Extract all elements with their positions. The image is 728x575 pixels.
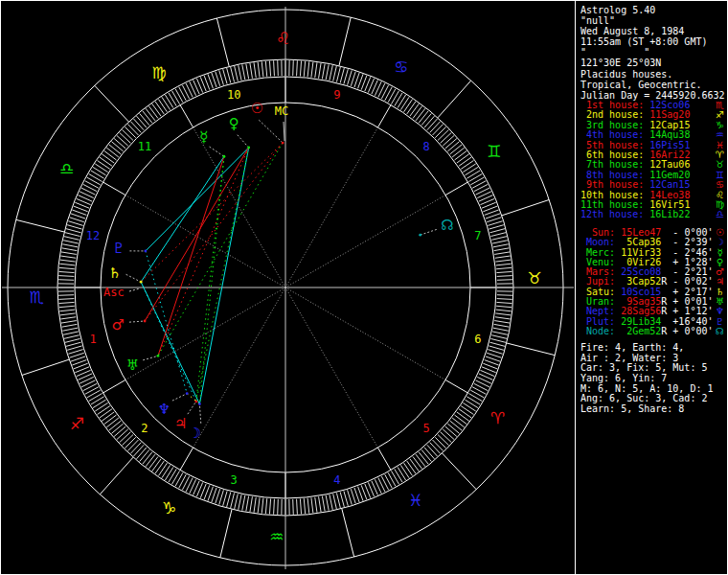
degree-tick — [392, 91, 399, 104]
degree-tick — [450, 421, 462, 430]
degree-tick — [398, 95, 405, 108]
degree-tick — [62, 244, 78, 247]
degree-tick — [68, 350, 82, 355]
position-dot-node — [419, 234, 421, 237]
degree-tick — [489, 342, 504, 346]
pointer-mars — [129, 321, 145, 322]
house-cusp-line — [180, 104, 193, 126]
degree-tick — [59, 310, 75, 311]
degree-tick — [127, 125, 138, 136]
degree-tick — [89, 394, 102, 402]
degree-tick — [125, 126, 135, 137]
house-cusp-value: 16Ari22 — [644, 150, 690, 160]
app-title: Astrolog 5.40 — [580, 5, 727, 15]
sign-boundary-line — [443, 453, 477, 490]
position-dot-venus — [247, 147, 250, 150]
position-dot-sun — [282, 142, 284, 145]
degree-tick — [466, 397, 480, 404]
degree-tick — [227, 68, 231, 82]
degree-tick — [413, 106, 422, 119]
degree-tick — [496, 306, 512, 307]
chart-wheel: ☉☽☿♀♂♃♄♅♆♇☊123456789101112♈♉♊♋♌♍♎♏♐♑♒♓MC… — [1, 1, 576, 575]
degree-tick — [62, 324, 78, 327]
degree-tick — [117, 135, 128, 146]
house-cusp-spoke — [285, 127, 378, 288]
degree-tick — [62, 328, 78, 331]
degree-tick — [140, 449, 149, 461]
degree-tick — [60, 317, 76, 319]
chart-name: "null" — [580, 15, 727, 26]
degree-tick — [307, 498, 309, 514]
angle-pointer-asc — [129, 288, 140, 291]
planet-velocity: R + 0°00' — [661, 326, 713, 336]
degree-tick — [109, 145, 121, 154]
house-cusp-value: 12Cap15 — [644, 120, 690, 130]
degree-tick — [231, 493, 235, 508]
degree-tick — [470, 177, 484, 185]
pointer-moon — [199, 404, 200, 424]
sign-boundary-line — [507, 343, 555, 356]
degree-tick — [494, 324, 510, 327]
degree-tick — [106, 148, 119, 157]
degree-tick — [293, 499, 294, 515]
house-cusp-value: 16Vir51 — [644, 199, 690, 210]
degree-tick — [496, 264, 512, 265]
degree-tick — [465, 400, 478, 407]
degree-tick — [336, 67, 340, 82]
degree-tick — [60, 313, 76, 315]
degree-tick — [67, 225, 81, 229]
degree-tick — [104, 415, 117, 425]
aspect-line-sun-mars — [145, 143, 283, 321]
sign-icon-gemini: ♊ — [487, 142, 501, 161]
sign-boundary-line — [438, 80, 471, 118]
degree-tick — [120, 132, 131, 143]
degree-tick — [404, 100, 413, 112]
house-cusp-spoke — [125, 288, 285, 380]
house-cusp-line — [102, 380, 125, 394]
degree-tick — [293, 60, 294, 76]
degree-tick — [410, 104, 419, 116]
degree-tick — [319, 63, 322, 79]
degree-tick — [416, 108, 425, 121]
degree-tick — [274, 499, 275, 515]
degree-tick — [87, 390, 101, 398]
sign-boundary-line — [100, 457, 133, 494]
aspect-line-venus-jupiter — [196, 148, 249, 402]
degree-tick — [165, 95, 172, 108]
degree-tick — [441, 132, 452, 143]
chart-header: Astrolog 5.40 "null" Wed August 8, 1984 … — [580, 5, 727, 101]
degree-tick — [175, 472, 183, 486]
degree-tick — [104, 150, 117, 160]
degree-tick — [461, 406, 473, 415]
degree-tick — [242, 495, 245, 511]
aspect-line-venus-uranus — [158, 148, 249, 356]
degree-tick — [496, 302, 512, 303]
house-label: 11th house: — [580, 199, 644, 210]
degree-tick — [117, 429, 128, 440]
sign-icon-aquarius: ♒ — [269, 527, 284, 546]
degree-tick — [155, 461, 164, 473]
degree-tick — [496, 310, 512, 311]
degree-tick — [219, 70, 224, 84]
house-label: 1st house: — [580, 100, 644, 110]
degree-tick — [322, 496, 325, 512]
degree-tick — [62, 248, 78, 251]
degree-tick — [433, 125, 444, 136]
degree-tick — [410, 459, 419, 472]
degree-tick — [100, 157, 112, 166]
sign-icon-capricorn: ♑ — [162, 498, 176, 518]
degree-tick — [496, 267, 512, 268]
sun-icon: ☉ — [251, 100, 263, 117]
degree-tick — [490, 338, 506, 342]
degree-tick — [269, 61, 270, 77]
degree-tick — [489, 346, 503, 350]
degree-tick — [65, 338, 80, 342]
sign-icon-cancer: ♋ — [394, 58, 408, 77]
house-cusp-spoke — [285, 288, 378, 448]
degree-tick — [487, 218, 501, 222]
degree-tick — [450, 145, 462, 154]
planet-icon: ☊ — [713, 327, 727, 336]
degree-tick — [452, 148, 465, 157]
degree-tick — [130, 122, 141, 133]
degree-tick — [61, 252, 77, 255]
